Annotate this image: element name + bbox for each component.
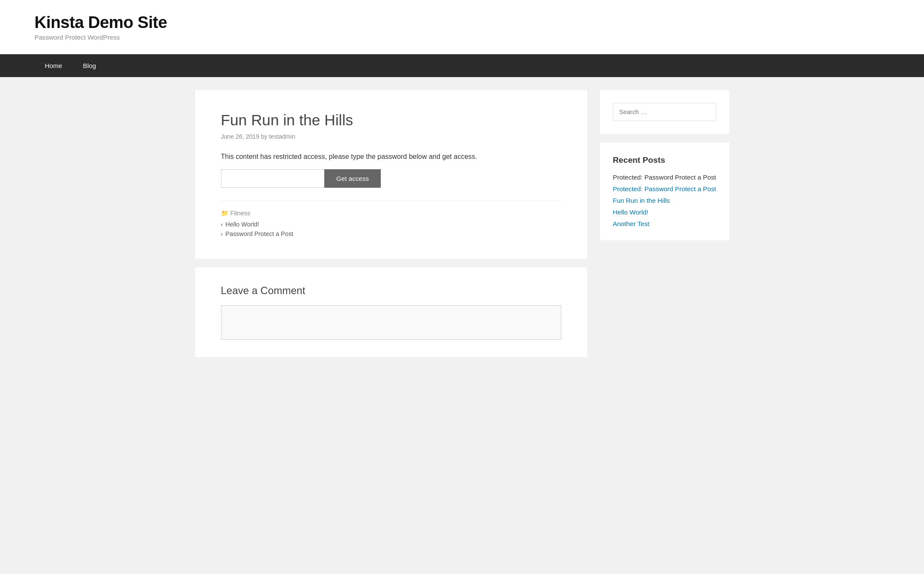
post-by: by bbox=[261, 133, 269, 140]
post-footer: 📁 Fitness ‹ Hello World! › Password Prot… bbox=[221, 201, 561, 237]
search-widget bbox=[600, 90, 729, 134]
recent-posts-list: Protected: Password Protect a PostProtec… bbox=[613, 174, 716, 227]
post-nav-next: › Password Protect a Post bbox=[221, 230, 561, 237]
recent-post-item[interactable]: Protected: Password Protect a Post bbox=[613, 185, 716, 192]
recent-post-link[interactable]: Protected: Password Protect a Post bbox=[613, 185, 716, 192]
site-header: Kinsta Demo Site Password Protect WordPr… bbox=[0, 0, 924, 54]
recent-posts-widget: Recent Posts Protected: Password Protect… bbox=[600, 143, 729, 240]
content-area: Fun Run in the Hills June 26, 2019 by te… bbox=[195, 90, 587, 357]
recent-post-link[interactable]: Hello World! bbox=[613, 208, 648, 216]
post-nav-prev: ‹ Hello World! bbox=[221, 221, 561, 228]
nav-item-home[interactable]: Home bbox=[34, 54, 73, 77]
comment-title: Leave a Comment bbox=[221, 285, 561, 297]
sidebar: Recent Posts Protected: Password Protect… bbox=[600, 90, 729, 240]
post-card: Fun Run in the Hills June 26, 2019 by te… bbox=[195, 90, 587, 259]
recent-post-link[interactable]: Fun Run in the Hills bbox=[613, 197, 670, 204]
site-title: Kinsta Demo Site bbox=[34, 13, 890, 32]
prev-post-link[interactable]: Hello World! bbox=[225, 221, 259, 228]
site-tagline: Password Protect WordPress bbox=[34, 34, 890, 41]
recent-post-item[interactable]: Fun Run in the Hills bbox=[613, 197, 716, 204]
recent-post-item[interactable]: Hello World! bbox=[613, 208, 716, 216]
password-input[interactable] bbox=[221, 169, 324, 188]
comment-textarea-wrapper bbox=[221, 305, 561, 340]
recent-post-link[interactable]: Another Test bbox=[613, 220, 650, 227]
get-access-button[interactable]: Get access bbox=[324, 169, 381, 188]
post-date: June 26, 2019 bbox=[221, 133, 259, 140]
nav-link-blog[interactable]: Blog bbox=[73, 54, 106, 77]
recent-post-item[interactable]: Another Test bbox=[613, 220, 716, 227]
recent-post-item: Protected: Password Protect a Post bbox=[613, 174, 716, 181]
restricted-message: This content has restricted access, plea… bbox=[221, 153, 561, 161]
post-author[interactable]: testadmin bbox=[269, 133, 295, 140]
folder-icon: 📁 bbox=[221, 210, 228, 217]
main-wrapper: Fun Run in the Hills June 26, 2019 by te… bbox=[161, 77, 764, 370]
next-post-link[interactable]: Password Protect a Post bbox=[225, 230, 293, 237]
post-categories: 📁 Fitness bbox=[221, 210, 561, 217]
password-form: Get access bbox=[221, 169, 561, 188]
post-nav: ‹ Hello World! › Password Protect a Post bbox=[221, 221, 561, 237]
post-meta: June 26, 2019 by testadmin bbox=[221, 133, 561, 140]
prev-arrow: ‹ bbox=[221, 221, 223, 228]
post-title: Fun Run in the Hills bbox=[221, 112, 561, 129]
site-nav: Home Blog bbox=[0, 54, 924, 77]
category-link[interactable]: Fitness bbox=[230, 210, 250, 217]
comment-section: Leave a Comment bbox=[195, 267, 587, 357]
comment-textarea[interactable] bbox=[221, 306, 561, 339]
recent-posts-title: Recent Posts bbox=[613, 155, 716, 165]
next-arrow: › bbox=[221, 230, 223, 237]
search-input[interactable] bbox=[613, 103, 716, 121]
nav-link-home[interactable]: Home bbox=[34, 54, 73, 77]
nav-item-blog[interactable]: Blog bbox=[73, 54, 106, 77]
